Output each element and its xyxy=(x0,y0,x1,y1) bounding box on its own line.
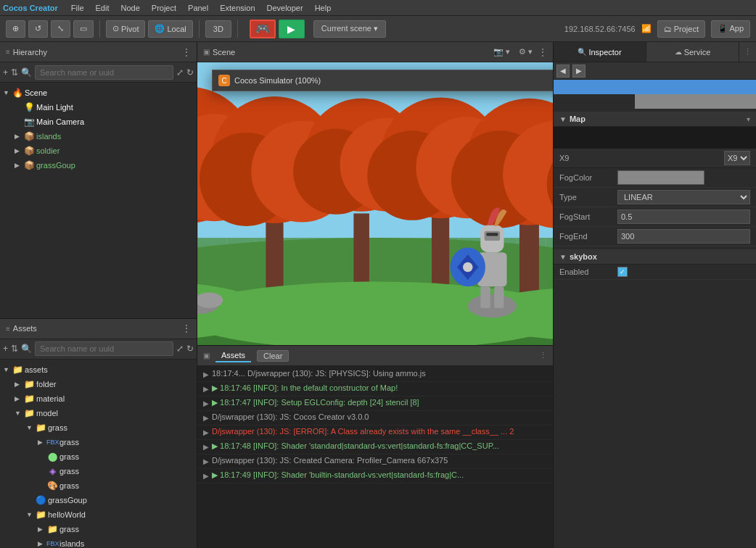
tree-folder[interactable]: ▶ 📁 folder xyxy=(0,377,197,391)
local-button[interactable]: 🌐 Local xyxy=(148,20,192,38)
assets-search-input[interactable] xyxy=(35,341,173,356)
tree-scene[interactable]: ▼ 🔥 Scene xyxy=(0,86,197,100)
nav-back[interactable]: ◀ xyxy=(556,65,570,78)
map-section-header: ▼ Map ▾ xyxy=(554,112,756,127)
menu-help[interactable]: Help xyxy=(309,0,337,15)
expand-assets-icon[interactable]: ⤢ xyxy=(176,344,184,354)
scene-menu-icon[interactable]: ⋮ xyxy=(538,47,547,57)
tree-grassgoup[interactable]: ▶ 📦 grassGoup xyxy=(0,158,197,173)
hierarchy-search-input[interactable] xyxy=(35,65,173,80)
log-item-2[interactable]: ▶ ▶ 18:17:47 [INFO]: Setup EGLConfig: de… xyxy=(197,397,553,411)
helloworld-arrow[interactable]: ▼ xyxy=(26,511,35,518)
tree-grass-mesh[interactable]: ◈ grass xyxy=(0,464,197,478)
app-button[interactable]: 📱 App xyxy=(711,20,750,38)
grassgoup-arrow[interactable]: ▶ xyxy=(15,162,23,169)
tree-model[interactable]: ▼ 📁 model xyxy=(0,406,197,420)
add-node-icon[interactable]: + xyxy=(3,67,8,78)
svg-point-45 xyxy=(463,262,472,272)
scene-select[interactable]: Current scene ▾ xyxy=(313,20,386,38)
type-select[interactable]: LINEAR xyxy=(617,190,750,204)
soldier-arrow[interactable]: ▶ xyxy=(15,147,23,154)
grass-folder-arrow[interactable]: ▼ xyxy=(26,424,35,431)
tab-service[interactable]: ☁ Service xyxy=(646,42,739,62)
inspector-menu-icon[interactable]: ⋮ xyxy=(739,47,756,57)
model-arrow[interactable]: ▼ xyxy=(15,410,23,417)
bottom-menu-icon[interactable]: ⋮ xyxy=(539,351,547,360)
tab-inspector[interactable]: 🔍 Inspector xyxy=(554,42,646,62)
map-dropdown-icon[interactable]: ▾ xyxy=(747,115,750,123)
assets-tab[interactable]: Assets xyxy=(215,349,251,362)
add-asset-icon[interactable]: + xyxy=(3,344,8,354)
enabled-label: Enabled xyxy=(559,267,617,276)
log-item-4[interactable]: ▶ D/jswrapper (130): JS: [ERROR]: A Clas… xyxy=(197,425,553,440)
tree-grass-mat[interactable]: 🎨 grass xyxy=(0,478,197,493)
expand-icon[interactable]: ⤢ xyxy=(176,67,184,78)
pivot-button[interactable]: ⊙ Pivot xyxy=(106,20,145,38)
sort-assets-icon[interactable]: ⇅ xyxy=(11,344,18,354)
tree-grass-folder[interactable]: ▼ 📁 grass xyxy=(0,420,197,435)
enabled-checkbox[interactable]: ✓ xyxy=(617,267,628,277)
tree-grassgoup-prefab[interactable]: 🔵 grassGoup xyxy=(0,493,197,507)
log-item-7[interactable]: ▶ ▶ 18:17:49 [INFO]: Shader 'builtin-sta… xyxy=(197,469,553,483)
clear-button[interactable]: Clear xyxy=(257,350,289,362)
camera-select[interactable]: 📷 ▾ xyxy=(490,46,513,58)
menu-project[interactable]: Project xyxy=(146,0,182,15)
grassgoup-icon: 📦 xyxy=(23,160,35,170)
tool-move[interactable]: ⊕ xyxy=(6,20,25,38)
project-button[interactable]: 🗂 Project xyxy=(657,20,705,38)
folder-arrow[interactable]: ▶ xyxy=(15,381,23,388)
tree-main-light[interactable]: 💡 Main Light xyxy=(0,100,197,115)
game-pad-button[interactable]: 🎮 xyxy=(250,20,276,38)
refresh-assets-icon[interactable]: ↻ xyxy=(186,344,194,354)
log-item-1[interactable]: ▶ ▶ 18:17:46 [INFO]: In the default cons… xyxy=(197,382,553,397)
scene-settings[interactable]: ⚙ ▾ xyxy=(516,46,535,58)
menu-edit[interactable]: Edit xyxy=(90,0,115,15)
tree-grass-fbx[interactable]: ▶ FBX grass xyxy=(0,435,197,449)
fog-start-input[interactable] xyxy=(617,209,750,224)
3d-button[interactable]: 3D xyxy=(205,20,231,38)
tree-material[interactable]: ▶ 📁 material xyxy=(0,391,197,406)
fog-color-picker[interactable] xyxy=(617,170,704,185)
nav-forward[interactable]: ▶ xyxy=(572,65,586,78)
tool-rotate[interactable]: ↺ xyxy=(28,20,48,38)
refresh-icon[interactable]: ↻ xyxy=(186,67,194,78)
fog-end-input[interactable] xyxy=(617,229,750,244)
tree-hw-grass[interactable]: ▶ 📁 grass xyxy=(0,522,197,536)
log-item-5[interactable]: ▶ ▶ 18:17:48 [INFO]: Shader 'standard|st… xyxy=(197,440,553,454)
tree-grass-node[interactable]: ⬤ grass xyxy=(0,449,197,464)
log-text-4: D/jswrapper (130): JS: [ERROR]: A Class … xyxy=(212,427,514,436)
map-arrow[interactable]: ▼ xyxy=(559,115,567,123)
menu-node[interactable]: Node xyxy=(115,0,146,15)
islands-arrow[interactable]: ▶ xyxy=(15,133,23,140)
log-item-0[interactable]: ▶ 18:17:4... D/jswrapper (130): JS: [PHY… xyxy=(197,368,553,382)
tool-scale[interactable]: ⤡ xyxy=(51,20,70,38)
scene-arrow[interactable]: ▼ xyxy=(3,89,12,96)
menu-extension[interactable]: Extension xyxy=(214,0,260,15)
tree-islands-fbx[interactable]: ▶ FBX islands xyxy=(0,536,197,549)
menu-file[interactable]: File xyxy=(65,0,90,15)
scene-header-icon: ▣ xyxy=(203,48,210,56)
log-item-6[interactable]: ▶ D/jswrapper (130): JS: Created Camera:… xyxy=(197,454,553,469)
fog-color-row: FogColor xyxy=(554,168,756,188)
hw-grass-arrow[interactable]: ▶ xyxy=(38,526,46,533)
tree-assets-root[interactable]: ▼ 📁 assets xyxy=(0,362,197,377)
tree-helloworld[interactable]: ▼ 📁 helloWorld xyxy=(0,507,197,522)
assets-root-arrow[interactable]: ▼ xyxy=(3,366,12,373)
x9-select[interactable]: X9 xyxy=(724,151,750,165)
inspector-panel: 🔍 Inspector ☁ Service ⋮ ◀ ▶ ▼ Map ▾ X9 xyxy=(553,42,756,548)
tool-rect[interactable]: ▭ xyxy=(73,20,94,38)
play-button[interactable]: ▶ xyxy=(279,20,305,38)
sort-icon[interactable]: ⇅ xyxy=(11,67,18,78)
tree-soldier[interactable]: ▶ 📦 soldier xyxy=(0,144,197,158)
islands-fbx-arrow[interactable]: ▶ xyxy=(38,540,46,547)
grass-fbx-arrow[interactable]: ▶ xyxy=(38,439,46,446)
tree-islands[interactable]: ▶ 📦 islands xyxy=(0,129,197,144)
log-item-3[interactable]: ▶ D/jswrapper (130): JS: Cocos Creator v… xyxy=(197,411,553,425)
assets-menu-icon[interactable]: ⋮ xyxy=(182,323,191,333)
menu-developer[interactable]: Developer xyxy=(261,0,309,15)
material-arrow[interactable]: ▶ xyxy=(15,395,23,402)
skybox-arrow[interactable]: ▼ xyxy=(559,253,567,261)
hierarchy-menu-icon[interactable]: ⋮ xyxy=(182,47,191,57)
menu-panel[interactable]: Panel xyxy=(182,0,214,15)
tree-main-camera[interactable]: 📷 Main Camera xyxy=(0,115,197,129)
